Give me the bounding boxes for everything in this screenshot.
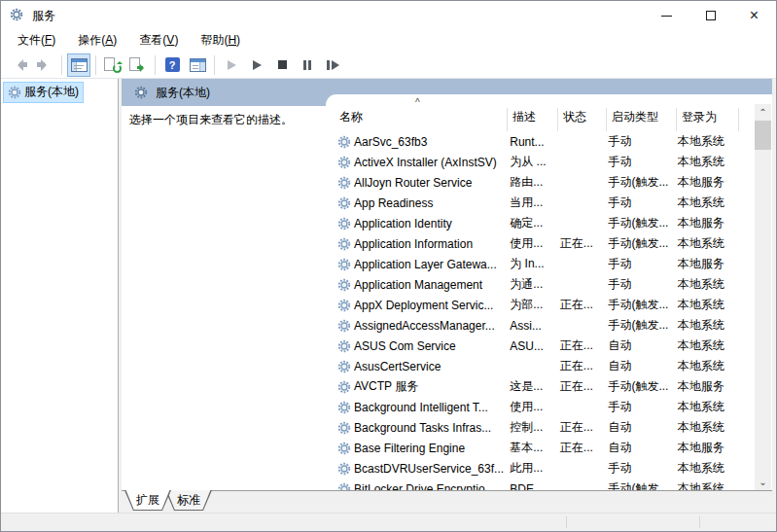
service-name: AVCTP 服务: [354, 378, 418, 395]
service-name: Base Filtering Engine: [354, 442, 465, 455]
service-name: Background Tasks Infras...: [354, 421, 491, 435]
table-row[interactable]: Background Tasks Infras...控制...正在...自动本地…: [326, 417, 756, 438]
tab-label: 标准: [165, 490, 212, 511]
resume-service-icon: [253, 60, 262, 70]
table-row[interactable]: AVCTP 服务这是...正在...手动(触发...本地服务: [326, 376, 756, 397]
service-gear-icon: [337, 442, 351, 455]
maximize-button[interactable]: [689, 1, 732, 30]
services-header-title: 服务(本地): [156, 85, 210, 101]
service-startup-type: 手动(触发...: [603, 215, 672, 231]
service-description: 使用...: [505, 235, 555, 252]
menu-item-file[interactable]: 文件(F): [9, 30, 64, 52]
service-startup-type: 手动: [603, 256, 672, 272]
tree-item-services-local[interactable]: 服务(本地): [3, 82, 84, 103]
service-gear-icon: [337, 482, 351, 491]
table-row[interactable]: BcastDVRUserService_63f...此用...手动本地系统: [326, 458, 756, 479]
table-row[interactable]: Application Layer Gatewa...为 In...手动本地服务: [326, 254, 756, 274]
service-description: 这是...: [505, 378, 555, 395]
service-name: Application Information: [354, 237, 473, 251]
menu-item-view[interactable]: 查看(V): [130, 30, 187, 52]
refresh-button[interactable]: [101, 53, 124, 77]
service-status: 正在...: [555, 297, 604, 313]
service-description: 当用...: [505, 195, 555, 211]
help-button[interactable]: ?: [160, 53, 184, 77]
pause-service-button[interactable]: [296, 53, 319, 77]
services-window: 服务 × 文件(F)操作(A)查看(V)帮助(H) ?: [0, 0, 777, 532]
minimize-icon: [661, 16, 672, 17]
vertical-scrollbar[interactable]: ⌃ ⌄: [755, 104, 771, 490]
service-logon-as: 本地服务: [673, 256, 756, 272]
scrollbar-thumb[interactable]: [755, 121, 771, 150]
menu-item-action[interactable]: 操作(A): [69, 30, 125, 52]
service-gear-icon: [337, 217, 351, 231]
resume-service-button[interactable]: [245, 53, 268, 77]
forward-icon: [37, 59, 53, 71]
status-bar: [1, 513, 776, 531]
table-row[interactable]: ASUS Com ServiceASU...正在...自动本地系统: [326, 336, 756, 356]
service-description: 此用...: [505, 460, 555, 477]
service-name: AllJoyn Router Service: [354, 176, 472, 190]
show-console-tree-button[interactable]: [67, 53, 90, 77]
refresh-icon: [104, 57, 122, 73]
toolbar: ?: [1, 52, 776, 79]
menu-item-help[interactable]: 帮助(H): [192, 30, 249, 52]
close-button[interactable]: ×: [732, 1, 776, 30]
table-row[interactable]: AllJoyn Router Service路由...手动(触发...本地服务: [326, 172, 756, 193]
service-logon-as: 本地系统: [673, 460, 756, 477]
table-row[interactable]: Background Intelligent T...使用...手动本地系统: [326, 397, 756, 417]
service-gear-icon: [337, 196, 351, 210]
service-name: Application Layer Gatewa...: [354, 258, 497, 271]
scroll-up-icon[interactable]: ⌃: [755, 104, 771, 121]
table-row[interactable]: Application Information使用...正在...手动(触发..…: [326, 233, 756, 254]
stop-service-button[interactable]: [270, 53, 294, 77]
service-description: 为从 ...: [505, 154, 555, 170]
tab-label: 扩展: [124, 490, 171, 511]
restart-service-button[interactable]: [321, 53, 344, 77]
start-service-button[interactable]: [220, 53, 243, 77]
table-row[interactable]: AssignedAccessManager...Assi...手动(触发...本…: [326, 315, 756, 336]
forward-button[interactable]: [33, 53, 56, 77]
column-header-3[interactable]: 启动类型: [606, 108, 676, 131]
view-tabstrip: 扩展标准: [122, 490, 772, 513]
service-name: AsusCertService: [354, 360, 441, 373]
table-row[interactable]: BitLocker Drive Encryptio...BDE...手动(触发.…: [326, 479, 756, 490]
toolbar-separator: [61, 55, 62, 75]
export-list-button[interactable]: [126, 53, 150, 77]
list-header: ^ 名称描述状态启动类型登录为: [326, 94, 772, 131]
show-action-pane-button[interactable]: [186, 53, 209, 77]
service-name: Application Identity: [354, 217, 452, 231]
back-button[interactable]: [8, 53, 31, 77]
close-icon: ×: [750, 7, 759, 24]
tab-extended[interactable]: 扩展: [124, 490, 171, 511]
minimize-button[interactable]: [645, 1, 689, 30]
tab-standard[interactable]: 标准: [165, 490, 212, 511]
service-logon-as: 本地服务: [673, 378, 756, 395]
window-title: 服务: [32, 8, 55, 24]
table-row[interactable]: Application Identity确定...手动(触发...本地服务: [326, 213, 756, 233]
table-row[interactable]: Base Filtering Engine基本...正在...自动本地服务: [326, 438, 756, 458]
column-header-0[interactable]: 名称: [326, 108, 507, 131]
service-status: 正在...: [555, 419, 604, 436]
service-status: 正在...: [555, 337, 604, 354]
service-logon-as: 本地系统: [673, 317, 756, 334]
table-row[interactable]: AsusCertService正在...自动本地系统: [326, 356, 756, 376]
service-logon-as: 本地系统: [673, 297, 756, 313]
table-row[interactable]: Application Management为通...手动本地系统: [326, 274, 756, 295]
service-startup-type: 手动(触发...: [603, 235, 672, 252]
service-name: ActiveX Installer (AxInstSV): [354, 156, 497, 169]
table-row[interactable]: ActiveX Installer (AxInstSV)为从 ...手动本地系统: [326, 152, 756, 172]
service-gear-icon: [337, 462, 351, 476]
menu-bar: 文件(F)操作(A)查看(V)帮助(H): [1, 30, 776, 52]
column-header-2[interactable]: 状态: [557, 108, 606, 131]
table-row[interactable]: AarSvc_63fb3Runt...手动本地系统: [326, 131, 756, 152]
column-header-4[interactable]: 登录为: [676, 108, 739, 131]
app-gear-icon: [10, 8, 25, 23]
column-header-1[interactable]: 描述: [507, 108, 557, 131]
table-row[interactable]: AppX Deployment Servic...为部...正在...手动(触发…: [326, 295, 756, 315]
service-logon-as: 本地服务: [673, 215, 756, 231]
table-row[interactable]: App Readiness当用...手动本地系统: [326, 193, 756, 213]
export-list-icon: [129, 57, 147, 73]
scroll-down-icon[interactable]: ⌄: [755, 474, 771, 490]
service-gear-icon: [337, 278, 351, 292]
service-name: Application Management: [354, 278, 482, 292]
